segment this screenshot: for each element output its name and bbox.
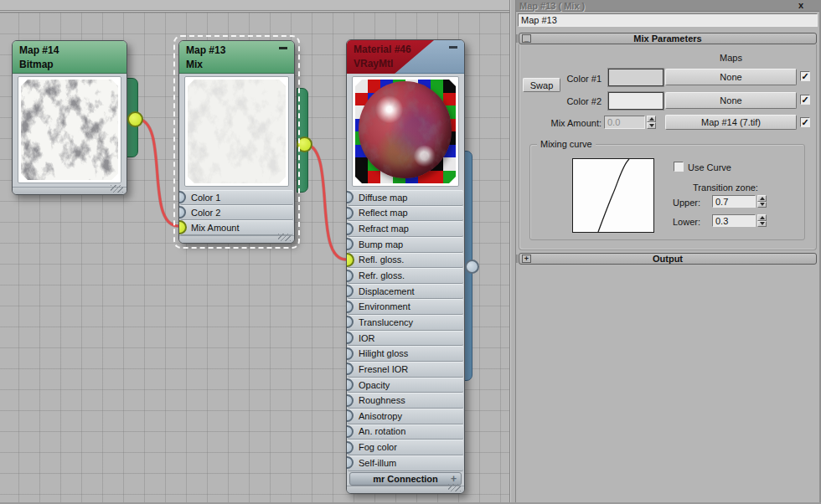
- input-socket[interactable]: [346, 253, 354, 267]
- input-socket[interactable]: [346, 285, 354, 297]
- collapse-icon[interactable]: [449, 46, 457, 49]
- color2-map-button[interactable]: None: [665, 92, 797, 109]
- rollout-edge-mark: [516, 255, 518, 263]
- map14-header[interactable]: Map #14 Bitmap: [13, 41, 127, 74]
- slot-refr-gloss[interactable]: Refr. gloss.: [348, 268, 463, 284]
- input-socket[interactable]: [346, 394, 354, 407]
- input-socket[interactable]: [346, 378, 354, 391]
- vray-preview[interactable]: [352, 76, 459, 187]
- slot-hilight-gloss[interactable]: Hilight gloss: [348, 346, 463, 362]
- input-socket[interactable]: [346, 456, 354, 469]
- parameter-panel: Map #13 ( Mix ) x Map #13 Mix Parameters…: [516, 0, 821, 504]
- input-socket[interactable]: [346, 409, 354, 422]
- material-name-input[interactable]: Map #13: [518, 13, 818, 27]
- color1-enable-checkbox[interactable]: ✓: [800, 71, 810, 81]
- resize-grip-icon[interactable]: [278, 234, 291, 241]
- input-socket[interactable]: [346, 332, 354, 344]
- slot-self-illum[interactable]: Self-illum: [348, 455, 463, 471]
- slot-translucency[interactable]: Translucency: [348, 315, 463, 331]
- color1-swatch[interactable]: [608, 69, 664, 86]
- input-socket[interactable]: [178, 206, 186, 219]
- resize-grip-icon[interactable]: [111, 185, 123, 193]
- mix-amount-enable-checkbox[interactable]: ✓: [800, 117, 810, 127]
- upper-spinner[interactable]: [757, 195, 767, 208]
- slot-diffuse-map[interactable]: Diffuse map: [348, 190, 463, 206]
- slot-ior[interactable]: IOR: [348, 331, 463, 347]
- node-view-canvas[interactable]: Map #14 Bitmap: [0, 0, 509, 504]
- slot-refl-gloss[interactable]: Refl. gloss.: [348, 253, 463, 269]
- slot-an-rotation[interactable]: An. rotation: [348, 424, 463, 440]
- slot-bump-map[interactable]: Bump map: [348, 237, 463, 253]
- map14-preview[interactable]: [18, 76, 121, 183]
- input-socket[interactable]: [346, 223, 354, 235]
- node-material46-vraymtl[interactable]: Material #46 VRayMtl: [346, 39, 465, 494]
- slot-environment[interactable]: Environment: [348, 299, 463, 315]
- lower-input[interactable]: 0.3: [712, 214, 756, 227]
- mix-header[interactable]: Map #13 Mix: [179, 41, 294, 74]
- panel-splitter[interactable]: [509, 0, 516, 504]
- maps-column-header: Maps: [665, 53, 797, 63]
- slot-label: Diffuse map: [359, 193, 408, 203]
- node-map13-mix[interactable]: Map #13 Mix Color 1Color 2Mix Am: [178, 40, 295, 244]
- mix-output-socket[interactable]: [297, 136, 312, 152]
- slot-opacity[interactable]: Opacity: [348, 378, 463, 393]
- mix-amount-map-button[interactable]: Map #14 (7.tif): [665, 115, 797, 130]
- node-map14-bitmap[interactable]: Map #14 Bitmap: [12, 40, 127, 195]
- rollout-mix-parameters[interactable]: Mix Parameters: [519, 33, 817, 44]
- slot-color-2[interactable]: Color 2: [180, 205, 293, 220]
- panel-title-bar[interactable]: Map #13 ( Mix ) x: [516, 0, 819, 12]
- spinner-down-icon[interactable]: [757, 221, 767, 228]
- slot-refract-map[interactable]: Refract map: [348, 221, 463, 237]
- expand-icon[interactable]: +: [522, 255, 531, 263]
- wire-bitmap-to-mix-amount[interactable]: [137, 119, 178, 226]
- collapse-icon[interactable]: _: [522, 34, 531, 43]
- input-socket[interactable]: [346, 316, 354, 328]
- input-socket[interactable]: [346, 425, 354, 438]
- input-socket[interactable]: [178, 191, 186, 203]
- mr-connection-bar[interactable]: mr Connection +: [349, 472, 462, 486]
- map14-output-socket[interactable]: [127, 111, 143, 127]
- slot-roughness[interactable]: Roughness: [348, 393, 463, 409]
- color2-swatch[interactable]: [608, 92, 664, 110]
- lower-spinner[interactable]: [757, 214, 767, 227]
- spinner-up-icon[interactable]: [757, 214, 767, 221]
- use-curve-checkbox[interactable]: [674, 162, 684, 172]
- input-socket[interactable]: [346, 238, 354, 250]
- slot-color-1[interactable]: Color 1: [180, 190, 293, 205]
- input-socket[interactable]: [346, 347, 354, 360]
- close-icon[interactable]: x: [798, 0, 803, 10]
- slot-fog-color[interactable]: Fog color: [348, 440, 463, 455]
- slot-reflect-map[interactable]: Reflect map: [348, 206, 463, 222]
- collapse-icon[interactable]: [279, 47, 287, 49]
- spinner-up-icon[interactable]: [757, 195, 767, 202]
- vray-output-socket[interactable]: [465, 260, 479, 274]
- slot-displacement[interactable]: Displacement: [348, 284, 463, 300]
- slot-mix-amount[interactable]: Mix Amount: [180, 220, 293, 235]
- input-socket[interactable]: [346, 441, 354, 454]
- color1-map-button[interactable]: None: [665, 69, 797, 85]
- faint-texture: [188, 80, 286, 183]
- mix-preview[interactable]: [184, 76, 289, 187]
- mix-frame: Map #13 Mix Color 1Color 2Mix Am: [178, 40, 295, 244]
- rollout-output[interactable]: Output: [519, 253, 817, 265]
- mix-input-slots: Color 1Color 2Mix Amount: [179, 190, 294, 235]
- mix-amount-input[interactable]: 0.0: [604, 116, 645, 129]
- input-socket[interactable]: [178, 220, 187, 234]
- input-socket[interactable]: [346, 191, 354, 203]
- wire-mix-to-refl-gloss[interactable]: [304, 144, 346, 260]
- input-socket[interactable]: [346, 207, 354, 219]
- spinner-up-icon[interactable]: [647, 116, 656, 122]
- input-socket[interactable]: [346, 301, 354, 313]
- vray-header[interactable]: Material #46 VRayMtl: [347, 40, 464, 74]
- spinner-down-icon[interactable]: [757, 202, 767, 208]
- upper-input[interactable]: 0.7: [712, 195, 756, 208]
- expand-icon[interactable]: +: [451, 473, 457, 485]
- mix-amount-spinner[interactable]: [647, 116, 656, 129]
- slot-fresnel-ior[interactable]: Fresnel IOR: [348, 362, 463, 378]
- resize-grip-icon[interactable]: [448, 484, 461, 491]
- color2-enable-checkbox[interactable]: ✓: [800, 95, 810, 105]
- slot-anisotropy[interactable]: Anisotropy: [348, 409, 463, 424]
- input-socket[interactable]: [346, 363, 354, 375]
- spinner-down-icon[interactable]: [647, 122, 656, 129]
- input-socket[interactable]: [346, 270, 354, 282]
